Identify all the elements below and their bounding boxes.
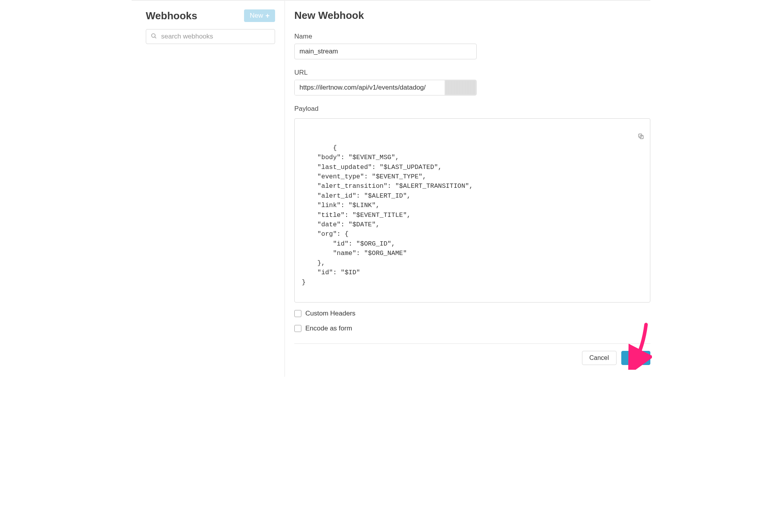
encode-as-form-row[interactable]: Encode as form (294, 325, 650, 332)
new-webhook-button-label: New (250, 12, 263, 20)
page-title: New Webhook (294, 9, 650, 22)
name-input[interactable] (294, 44, 477, 59)
payload-content: { "body": "$EVENT_MSG", "last_updated": … (302, 144, 473, 286)
plus-icon: + (265, 12, 270, 19)
name-field: Name (294, 33, 650, 59)
sidebar: Webhooks New + (132, 1, 285, 377)
save-button[interactable]: Save (621, 351, 650, 365)
search-container (146, 29, 275, 44)
search-input[interactable] (146, 29, 275, 44)
payload-field: Payload { "body": "$EVENT_MSG", "last_up… (294, 105, 650, 303)
main-form: New Webhook Name URL Payload { "body": "… (285, 1, 650, 377)
url-redacted-segment (445, 80, 476, 95)
encode-as-form-checkbox[interactable] (294, 325, 301, 332)
copy-icon[interactable] (598, 123, 644, 153)
cancel-button[interactable]: Cancel (582, 351, 617, 365)
custom-headers-label: Custom Headers (305, 310, 356, 317)
sidebar-title: Webhooks (146, 10, 197, 22)
url-input[interactable] (295, 80, 445, 95)
payload-label: Payload (294, 105, 650, 113)
name-label: Name (294, 33, 650, 40)
sidebar-header: Webhooks New + (146, 9, 275, 22)
new-webhook-button[interactable]: New + (244, 9, 275, 22)
url-input-wrap[interactable] (294, 80, 477, 95)
url-field: URL (294, 69, 650, 95)
form-footer: Cancel Save (294, 343, 650, 365)
payload-textarea[interactable]: { "body": "$EVENT_MSG", "last_updated": … (294, 118, 650, 303)
custom-headers-checkbox[interactable] (294, 310, 301, 317)
url-label: URL (294, 69, 650, 77)
encode-as-form-label: Encode as form (305, 325, 352, 332)
custom-headers-row[interactable]: Custom Headers (294, 310, 650, 317)
